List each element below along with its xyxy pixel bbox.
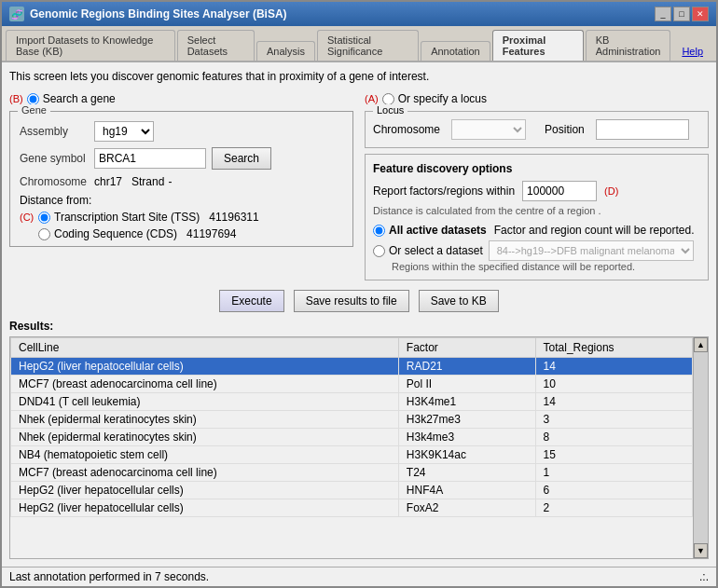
- gene-symbol-label: Gene symbol: [20, 152, 94, 165]
- tss-row: (C) Transcription Start Site (TSS) 41196…: [20, 211, 343, 224]
- cell-factor: H3K9K14ac: [398, 446, 535, 464]
- cell-cellline: HepG2 (liver hepatocellular cells): [11, 358, 399, 376]
- scroll-down-button[interactable]: ▼: [694, 543, 708, 558]
- tab-annotation[interactable]: Annotation: [421, 41, 490, 61]
- table-row[interactable]: NB4 (hematopoietic stem cell) H3K9K14ac …: [11, 446, 693, 464]
- dataset-select[interactable]: 84-->hg19-->DFB malignant melanoma cell …: [489, 240, 694, 261]
- strand-label: Strand: [131, 175, 164, 188]
- execute-button[interactable]: Execute: [219, 290, 283, 312]
- cell-factor: HNF4A: [398, 482, 535, 499]
- tab-statistical[interactable]: Statistical Significance: [317, 30, 419, 61]
- left-panel: (B) Search a gene Gene Assembly hg19 hg1…: [9, 92, 353, 280]
- table-row[interactable]: MCF7 (breast adenocarcinoma cell line) P…: [11, 376, 693, 393]
- distance-note: Distance is calculated from the centre o…: [373, 205, 700, 216]
- search-gene-radio[interactable]: [27, 93, 39, 105]
- cell-total: 14: [535, 393, 692, 411]
- col-total[interactable]: Total_Regions: [535, 338, 692, 358]
- cell-cellline: NB4 (hematopoietic stem cell): [11, 446, 399, 464]
- chromosome-label: Chromosome: [20, 175, 94, 188]
- table-row[interactable]: HepG2 (liver hepatocellular cells) HNF4A…: [11, 482, 693, 499]
- cell-total: 6: [535, 482, 692, 499]
- tab-kb-admin[interactable]: KB Administration: [586, 30, 671, 61]
- distance-section: Distance from:: [20, 194, 343, 207]
- main-content: This screen lets you discover genomic fe…: [2, 62, 716, 567]
- select-dataset-row: Or select a dataset 84-->hg19-->DFB mali…: [373, 240, 700, 261]
- cell-total: 14: [535, 358, 692, 376]
- tab-analysis[interactable]: Analysis: [256, 41, 315, 61]
- table-row[interactable]: HepG2 (liver hepatocellular cells) FoxA2…: [11, 499, 693, 517]
- scrollbar[interactable]: ▲ ▼: [693, 337, 708, 558]
- main-area: (B) Search a gene Gene Assembly hg19 hg1…: [9, 92, 709, 280]
- results-table: CellLine Factor Total_Regions HepG2 (liv…: [10, 337, 693, 517]
- results-table-scroll[interactable]: CellLine Factor Total_Regions HepG2 (liv…: [10, 337, 693, 558]
- tab-import[interactable]: Import Datasets to Knowledge Base (KB): [6, 30, 175, 61]
- tab-proximal[interactable]: Proximal Features: [492, 30, 584, 61]
- all-datasets-label: All active datasets: [389, 224, 487, 237]
- scrollbar-track[interactable]: [694, 352, 708, 543]
- cell-total: 1: [535, 464, 692, 482]
- locus-radio-label: Or specify a locus: [398, 92, 487, 105]
- locus-radio[interactable]: [382, 93, 394, 105]
- title-bar: 🧬 Genomic Regions Binding Sites Analyser…: [2, 2, 716, 26]
- tab-bar: Import Datasets to Knowledge Base (KB) S…: [2, 26, 716, 62]
- cell-factor: FoxA2: [398, 499, 535, 517]
- results-table-wrapper: CellLine Factor Total_Regions HepG2 (liv…: [9, 336, 709, 559]
- help-link[interactable]: Help: [672, 42, 712, 61]
- table-row[interactable]: Nhek (epidermal keratinocytes skin) H3k2…: [11, 411, 693, 429]
- close-button[interactable]: ✕: [692, 7, 709, 21]
- search-button[interactable]: Search: [212, 147, 271, 170]
- gene-symbol-row: Gene symbol Search: [20, 147, 343, 170]
- cell-factor: H3K4me1: [398, 393, 535, 411]
- title-bar-left: 🧬 Genomic Regions Binding Sites Analyser…: [9, 7, 287, 21]
- all-datasets-row: All active datasets Factor and region co…: [373, 224, 700, 237]
- save-file-button[interactable]: Save results to file: [294, 290, 409, 312]
- label-b: (B): [9, 93, 23, 104]
- col-factor[interactable]: Factor: [398, 338, 535, 358]
- status-bar: Last annotation performed in 7 seconds. …: [2, 567, 716, 586]
- tss-value: 41196311: [209, 211, 258, 224]
- report-value-input[interactable]: [522, 181, 597, 201]
- status-dots: .:.: [699, 570, 709, 583]
- cell-cellline: DND41 (T cell leukemia): [11, 393, 399, 411]
- search-gene-group: (B) Search a gene: [9, 92, 353, 105]
- locus-row: Chromosome Position: [373, 119, 700, 140]
- cell-cellline: HepG2 (liver hepatocellular cells): [11, 482, 399, 499]
- cell-factor: Pol II: [398, 376, 535, 393]
- action-bar: Execute Save results to file Save to KB: [9, 290, 709, 312]
- gene-symbol-input[interactable]: [94, 148, 206, 169]
- cell-total: 10: [535, 376, 692, 393]
- scroll-up-button[interactable]: ▲: [694, 337, 708, 352]
- search-gene-label: Search a gene: [43, 92, 116, 105]
- locus-group: Locus Chromosome Position: [365, 111, 709, 148]
- table-row[interactable]: Nhek (epidermal keratinocytes skin) H3k4…: [11, 429, 693, 446]
- assembly-select[interactable]: hg19 hg18 mm9 mm10: [94, 121, 154, 142]
- feature-title: Feature discovery options: [373, 162, 700, 175]
- table-row[interactable]: DND41 (T cell leukemia) H3K4me1 14: [11, 393, 693, 411]
- cell-cellline: MCF7 (breast adenocarcinoma cell line): [11, 464, 399, 482]
- save-kb-button[interactable]: Save to KB: [419, 290, 499, 312]
- cell-total: 3: [535, 411, 692, 429]
- cell-total: 2: [535, 499, 692, 517]
- locus-position-input[interactable]: [596, 119, 689, 140]
- feature-discovery-box: Feature discovery options Report factors…: [365, 154, 709, 280]
- tss-radio[interactable]: [38, 212, 50, 224]
- select-dataset-label: Or select a dataset: [389, 244, 483, 257]
- cds-radio[interactable]: [38, 228, 50, 240]
- table-row[interactable]: HepG2 (liver hepatocellular cells) RAD21…: [11, 358, 693, 376]
- table-row[interactable]: MCF7 (breast adenocarcinoma cell line) T…: [11, 464, 693, 482]
- label-d: (D): [604, 185, 618, 197]
- cds-value: 41197694: [186, 227, 236, 240]
- minimize-button[interactable]: _: [655, 7, 671, 21]
- tab-select[interactable]: Select Datasets: [177, 30, 255, 61]
- all-datasets-radio[interactable]: [373, 225, 385, 237]
- tss-label: Transcription Start Site (TSS): [54, 211, 200, 224]
- cell-factor: H3k4me3: [398, 429, 535, 446]
- col-cellline[interactable]: CellLine: [11, 338, 399, 358]
- window-title: Genomic Regions Binding Sites Analyser (…: [30, 7, 287, 21]
- select-dataset-radio[interactable]: [373, 245, 385, 257]
- locus-chromosome-select[interactable]: [451, 119, 526, 140]
- distance-row: Report factors/regions within (D): [373, 181, 700, 201]
- maximize-button[interactable]: □: [673, 7, 690, 21]
- chromosome-value: chr17: [94, 175, 122, 188]
- locus-position-label: Position: [545, 123, 585, 136]
